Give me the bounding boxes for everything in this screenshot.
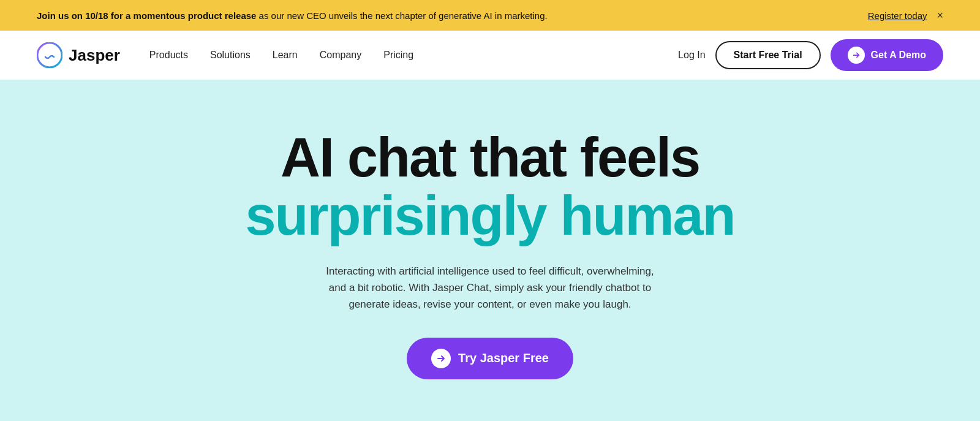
banner-text: Join us on 10/18 for a momentous product…: [37, 10, 856, 21]
nav-products[interactable]: Products: [149, 50, 188, 60]
get-demo-button[interactable]: Get A Demo: [831, 39, 943, 71]
navbar-left: Jasper Products Solutions Learn Company …: [37, 42, 413, 68]
nav-solutions[interactable]: Solutions: [210, 50, 251, 60]
register-link[interactable]: Register today: [868, 10, 927, 21]
logo[interactable]: Jasper: [37, 42, 120, 68]
start-free-trial-button[interactable]: Start Free Trial: [715, 41, 821, 69]
hero-section: AI chat that feels surprisingly human In…: [0, 80, 980, 416]
svg-point-0: [37, 43, 62, 67]
nav-pricing[interactable]: Pricing: [383, 50, 413, 60]
banner-close-button[interactable]: ×: [937, 10, 943, 21]
demo-arrow-icon: [848, 47, 865, 64]
logo-text: Jasper: [69, 46, 120, 65]
try-free-arrow-icon: [431, 349, 451, 368]
hero-title-line1: AI chat that feels: [281, 129, 699, 187]
navbar: Jasper Products Solutions Learn Company …: [0, 31, 980, 80]
nav-company[interactable]: Company: [320, 50, 361, 60]
nav-links: Products Solutions Learn Company Pricing: [149, 50, 413, 61]
login-button[interactable]: Log In: [678, 50, 705, 61]
hero-title-line2: surprisingly human: [245, 187, 734, 245]
try-jasper-free-button[interactable]: Try Jasper Free: [407, 338, 573, 379]
navbar-right: Log In Start Free Trial Get A Demo: [678, 39, 943, 71]
jasper-logo-icon: [37, 42, 62, 68]
nav-learn[interactable]: Learn: [273, 50, 298, 60]
announcement-banner: Join us on 10/18 for a momentous product…: [0, 0, 980, 31]
hero-subtitle: Interacting with artificial intelligence…: [318, 263, 662, 313]
